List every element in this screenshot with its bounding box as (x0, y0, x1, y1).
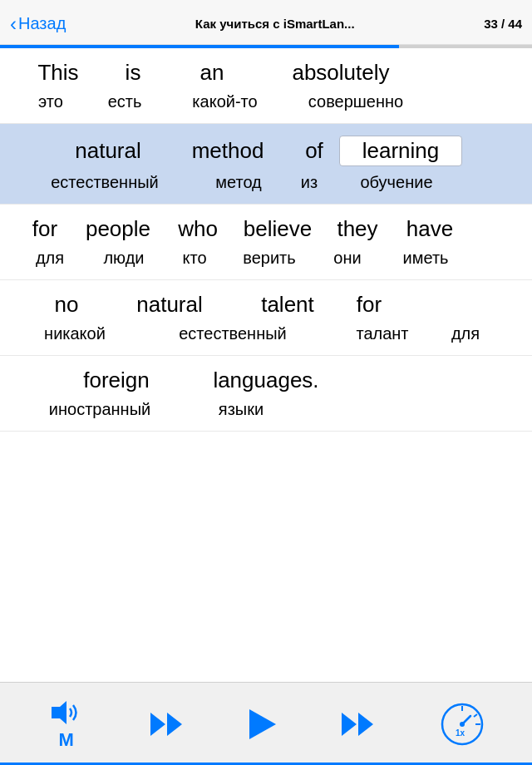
word-talant[interactable]: талант (332, 324, 432, 343)
header: ‹ Назад Как учиться с iSmartLan... 33 / … (0, 0, 532, 45)
word-dlya-2[interactable]: для (432, 324, 499, 343)
word-kto[interactable]: кто (165, 249, 224, 268)
header-title: Как учиться с iSmartLan... (195, 17, 355, 31)
word-kakoy-to[interactable]: какой-то (165, 92, 285, 111)
word-this[interactable]: This (17, 60, 100, 86)
svg-text:1x: 1x (456, 728, 466, 738)
word-languages[interactable]: languages. (183, 368, 349, 393)
svg-marker-0 (52, 701, 66, 724)
word-estestvennyy[interactable]: естественный (17, 173, 193, 192)
word-who[interactable]: who (163, 216, 233, 242)
fastforward-icon (340, 709, 378, 739)
word-talent[interactable]: talent (239, 292, 336, 318)
word-inostrannyy[interactable]: иностранный (17, 400, 183, 419)
sentence-block-3: for people who believe they have для люд… (0, 205, 532, 280)
english-row-2: natural method of learning (0, 124, 532, 170)
rewind-icon (147, 709, 185, 739)
word-obuchenie[interactable]: обучение (334, 173, 459, 192)
word-have[interactable]: have (392, 216, 467, 242)
word-natural-2[interactable]: natural (100, 292, 239, 318)
word-metod[interactable]: метод (193, 173, 284, 192)
word-natural-1[interactable]: natural (50, 138, 166, 164)
svg-marker-1 (150, 713, 165, 736)
back-chevron-icon: ‹ (10, 14, 17, 34)
speed-button[interactable]: 1x (441, 703, 484, 746)
word-estestvennyy-2[interactable]: естественный (133, 324, 332, 343)
word-verit[interactable]: верить (224, 249, 314, 268)
svg-marker-4 (342, 713, 357, 736)
word-of[interactable]: of (289, 138, 339, 164)
sentence-block-1: This is an absolutely это есть какой-то … (0, 48, 532, 124)
word-dlya-1[interactable]: для (17, 249, 83, 268)
header-center: Как учиться с iSmartLan... (66, 17, 484, 32)
word-believe[interactable]: believe (233, 216, 323, 242)
russian-row-5: иностранный языки (0, 397, 532, 431)
page-indicator: 33 / 44 (484, 17, 522, 31)
svg-marker-5 (358, 713, 373, 736)
word-nikakoy[interactable]: никакой (17, 324, 133, 343)
word-people[interactable]: people (73, 216, 163, 242)
word-yazyki[interactable]: языки (183, 400, 299, 419)
svg-marker-2 (167, 713, 182, 736)
english-row-5: foreign languages. (0, 356, 532, 397)
svg-point-11 (460, 722, 465, 727)
volume-button[interactable]: М (48, 698, 85, 751)
sentence-block-4: no natural talent for никакой естественн… (0, 280, 532, 356)
russian-row-3: для люди кто верить они иметь (0, 245, 532, 279)
back-button[interactable]: ‹ Назад (10, 14, 66, 34)
english-row-3: for people who believe they have (0, 205, 532, 245)
word-lyudi[interactable]: люди (83, 249, 165, 268)
svg-line-8 (474, 714, 477, 717)
rewind-button[interactable] (147, 709, 185, 739)
word-est[interactable]: есть (85, 92, 165, 111)
volume-icon (48, 698, 85, 728)
word-is[interactable]: is (100, 60, 166, 86)
play-icon (248, 708, 278, 741)
word-an[interactable]: an (166, 60, 258, 86)
play-button[interactable] (248, 708, 278, 741)
svg-marker-3 (249, 709, 276, 739)
word-learning[interactable]: learning (339, 136, 462, 166)
english-row-1: This is an absolutely (0, 48, 532, 89)
sentence-block-2: natural method of learning естественный … (0, 124, 532, 205)
toolbar: М 1x (0, 682, 532, 765)
volume-label: М (58, 729, 73, 751)
word-foreign[interactable]: foreign (50, 368, 183, 393)
word-sovershenno[interactable]: совершенно (285, 92, 426, 111)
word-method[interactable]: method (166, 138, 289, 164)
header-right: 33 / 44 (484, 17, 522, 31)
word-no[interactable]: no (33, 292, 100, 318)
english-row-4: no natural talent for (0, 280, 532, 321)
russian-row-2: естественный метод из обучение (0, 170, 532, 204)
word-they[interactable]: they (323, 216, 392, 242)
word-imet[interactable]: иметь (381, 249, 470, 268)
russian-row-1: это есть какой-то совершенно (0, 89, 532, 123)
word-oni[interactable]: они (314, 249, 381, 268)
content-area: This is an absolutely это есть какой-то … (0, 48, 532, 432)
speed-dial-icon: 1x (441, 703, 484, 746)
fastforward-button[interactable] (340, 709, 378, 739)
word-eto[interactable]: это (17, 92, 85, 111)
word-for-2[interactable]: for (336, 292, 402, 318)
word-iz[interactable]: из (284, 173, 334, 192)
word-absolutely[interactable]: absolutely (258, 60, 424, 86)
word-for-1[interactable]: for (17, 216, 73, 242)
russian-row-4: никакой естественный талант для (0, 321, 532, 355)
back-label: Назад (18, 14, 66, 33)
sentence-block-5: foreign languages. иностранный языки (0, 356, 532, 432)
